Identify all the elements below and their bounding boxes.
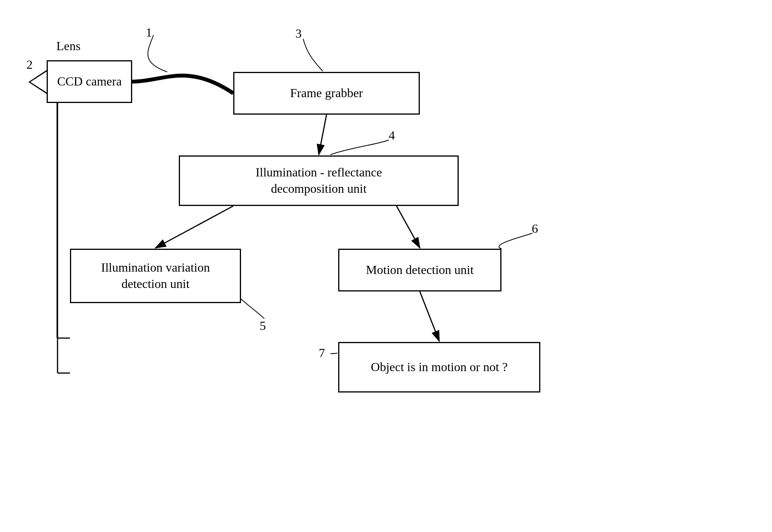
number6-label: 6	[532, 222, 538, 236]
number3-label: 3	[295, 26, 302, 41]
motion-label: Motion detection unit	[366, 262, 473, 278]
illum-box: Illumination variation detection unit	[70, 249, 241, 303]
lens-inner	[30, 72, 47, 92]
svg-line-1	[319, 115, 327, 155]
ccd-camera-box: CCD camera	[47, 60, 132, 103]
svg-line-3	[396, 206, 420, 248]
frame-grabber-label: Frame grabber	[290, 85, 363, 101]
result-label: Object is in motion or not ?	[371, 359, 508, 375]
number5-label: 5	[260, 319, 266, 333]
motion-box: Motion detection unit	[338, 249, 501, 291]
frame-grabber-box: Frame grabber	[233, 72, 420, 115]
number1-label: 1	[146, 25, 152, 40]
ccd-camera-label: CCD camera	[57, 73, 122, 90]
svg-line-2	[155, 206, 233, 248]
diagram: CCD camera Frame grabber Illumination - …	[0, 0, 772, 532]
decomp-label: Illumination - reflectance decomposition…	[255, 164, 382, 197]
number4-label: 4	[389, 128, 395, 143]
illum-label: Illumination variation detection unit	[101, 260, 210, 292]
svg-line-4	[420, 291, 439, 341]
result-box: Object is in motion or not ?	[338, 342, 540, 392]
decomp-box: Illumination - reflectance decomposition…	[179, 155, 459, 206]
number2-label: 2	[26, 58, 33, 72]
lens-text-label: Lens	[56, 39, 80, 53]
number7-label: 7	[319, 346, 325, 360]
